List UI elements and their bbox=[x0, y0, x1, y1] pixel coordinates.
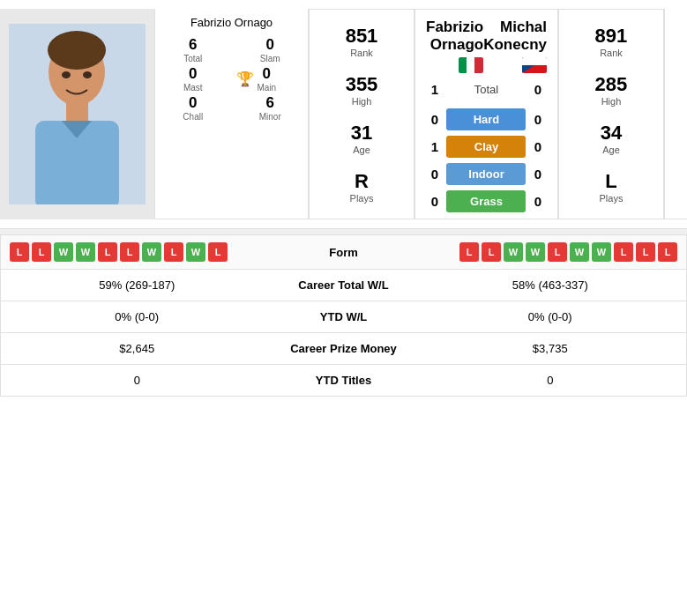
titles-left: 0 bbox=[10, 374, 265, 387]
form-label: Form bbox=[282, 246, 406, 259]
match-center: Fabrizio Ornago Michal Konecny 1 To bbox=[414, 9, 558, 219]
right-form-badges: LLWWLWWLLL bbox=[406, 242, 678, 262]
left-age-block: 31 Age bbox=[351, 122, 372, 155]
left-center-name: Fabrizio Ornago bbox=[426, 19, 483, 73]
surface-row-clay: 1 Clay 0 bbox=[415, 133, 557, 160]
prize-left: $2,645 bbox=[10, 342, 265, 355]
left-minor-stat: 6 Minor bbox=[236, 94, 305, 122]
section-divider bbox=[0, 228, 687, 235]
right-rank-block: 891 Rank bbox=[595, 25, 628, 58]
right-player-info: Michal Konecny 14 Total 0 Slam 0 Mast 🏆 bbox=[664, 9, 687, 219]
form-badge-right: W bbox=[570, 242, 589, 262]
form-badge-left: L bbox=[164, 242, 183, 262]
total-row: 1 Total 0 bbox=[415, 77, 557, 102]
left-stats-grid: 6 Total 0 Slam 0 Mast 🏆 0 Main bbox=[159, 36, 304, 122]
form-badge-left: W bbox=[142, 242, 161, 262]
form-badge-right: L bbox=[614, 242, 633, 262]
surface-clay-badge: Clay bbox=[446, 136, 526, 158]
surface-row-grass: 0 Grass 0 bbox=[415, 188, 557, 215]
surface-grass-badge: Grass bbox=[446, 190, 526, 212]
form-badge-left: L bbox=[98, 242, 117, 262]
form-badge-left: W bbox=[76, 242, 95, 262]
career-wl-label: Career Total W/L bbox=[265, 278, 423, 292]
bottom-section: LLWWLLWLWL Form LLWWLWWLLL 59% (269-187)… bbox=[0, 235, 687, 397]
right-high-block: 285 High bbox=[595, 73, 628, 107]
right-ranking-col: 891 Rank 285 High 34 Age L Plays bbox=[558, 9, 664, 219]
left-ranking-col: 851 Rank 355 High 31 Age R Plays bbox=[309, 9, 414, 219]
career-wl-left: 59% (269-187) bbox=[10, 278, 265, 292]
left-mast-stat: 0 Mast bbox=[159, 65, 228, 93]
form-badge-left: L bbox=[10, 242, 29, 262]
surface-indoor-badge: Indoor bbox=[446, 163, 526, 185]
ytd-wl-row: 0% (0-0) YTD W/L 0% (0-0) bbox=[1, 301, 686, 333]
left-chall-stat: 0 Chall bbox=[159, 94, 228, 122]
left-rank-block: 851 Rank bbox=[346, 25, 378, 58]
ytd-wl-left: 0% (0-0) bbox=[10, 310, 265, 323]
left-trophy-icon: 🏆 bbox=[236, 71, 254, 87]
left-player-info: Fabrizio Ornago 6 Total 0 Slam 0 Mast 🏆 bbox=[154, 9, 309, 219]
form-badge-right: L bbox=[548, 242, 567, 262]
titles-row: 0 YTD Titles 0 bbox=[1, 365, 686, 396]
titles-right: 0 bbox=[423, 374, 678, 387]
svg-point-5 bbox=[62, 71, 71, 78]
left-player-name: Fabrizio Ornago bbox=[190, 16, 273, 29]
form-badge-right: W bbox=[526, 242, 545, 262]
surface-row-hard: 0 Hard 0 bbox=[415, 106, 557, 133]
svg-point-6 bbox=[83, 71, 92, 78]
left-high-block: 355 High bbox=[346, 73, 378, 107]
left-player-avatar bbox=[9, 24, 146, 204]
form-badge-right: L bbox=[658, 242, 677, 262]
top-section: Fabrizio Ornago 6 Total 0 Slam 0 Mast 🏆 bbox=[0, 0, 687, 228]
ytd-wl-right: 0% (0-0) bbox=[423, 310, 678, 323]
left-main-stat: 0 Main bbox=[258, 65, 277, 93]
right-mast-stat: 0 Mast bbox=[668, 65, 687, 93]
form-row: LLWWLLWLWL Form LLWWLWWLLL bbox=[1, 235, 686, 270]
right-chall-stat: 0 Chall bbox=[668, 94, 687, 122]
left-plays-block: R Plays bbox=[350, 170, 374, 204]
form-badge-left: W bbox=[54, 242, 73, 262]
prize-right: $3,735 bbox=[423, 342, 678, 355]
left-slam-stat: 0 Slam bbox=[236, 36, 305, 63]
right-age-block: 34 Age bbox=[601, 122, 622, 155]
right-stats-grid: 14 Total 0 Slam 0 Mast 🏆 0 Main bbox=[668, 36, 687, 122]
career-wl-row: 59% (269-187) Career Total W/L 58% (463-… bbox=[1, 270, 686, 301]
form-badge-right: W bbox=[504, 242, 523, 262]
form-badge-left: W bbox=[186, 242, 205, 262]
main-container: Fabrizio Ornago 6 Total 0 Slam 0 Mast 🏆 bbox=[0, 0, 687, 397]
titles-label: YTD Titles bbox=[265, 374, 423, 387]
form-badge-left: L bbox=[208, 242, 228, 262]
right-center-name: Michal Konecny bbox=[483, 19, 547, 73]
form-badge-right: L bbox=[459, 242, 479, 262]
form-badge-right: L bbox=[636, 242, 655, 262]
form-badge-left: L bbox=[120, 242, 139, 262]
form-badge-left: L bbox=[32, 242, 51, 262]
left-flag bbox=[459, 57, 483, 73]
surface-row-indoor: 0 Indoor 0 bbox=[415, 160, 557, 188]
right-total-stat: 14 Total bbox=[668, 36, 687, 63]
surface-rows: 0 Hard 0 1 Clay 0 0 Indoor 0 0 Grass bbox=[415, 102, 557, 219]
left-form-badges: LLWWLLWLWL bbox=[10, 242, 282, 262]
career-wl-right: 58% (463-337) bbox=[423, 278, 678, 292]
prize-row: $2,645 Career Prize Money $3,735 bbox=[1, 333, 686, 365]
form-badge-right: W bbox=[592, 242, 611, 262]
left-player-photo bbox=[0, 9, 154, 219]
form-badge-right: L bbox=[482, 242, 501, 262]
left-trophy-row: 🏆 0 Main bbox=[236, 65, 305, 93]
svg-rect-4 bbox=[66, 101, 88, 123]
svg-point-2 bbox=[48, 31, 106, 70]
prize-label: Career Prize Money bbox=[265, 342, 423, 355]
ytd-wl-label: YTD W/L bbox=[265, 310, 423, 323]
right-plays-block: L Plays bbox=[600, 170, 624, 204]
left-total-stat: 6 Total bbox=[159, 36, 228, 63]
right-flag bbox=[522, 57, 547, 73]
surface-hard-badge: Hard bbox=[446, 108, 526, 130]
